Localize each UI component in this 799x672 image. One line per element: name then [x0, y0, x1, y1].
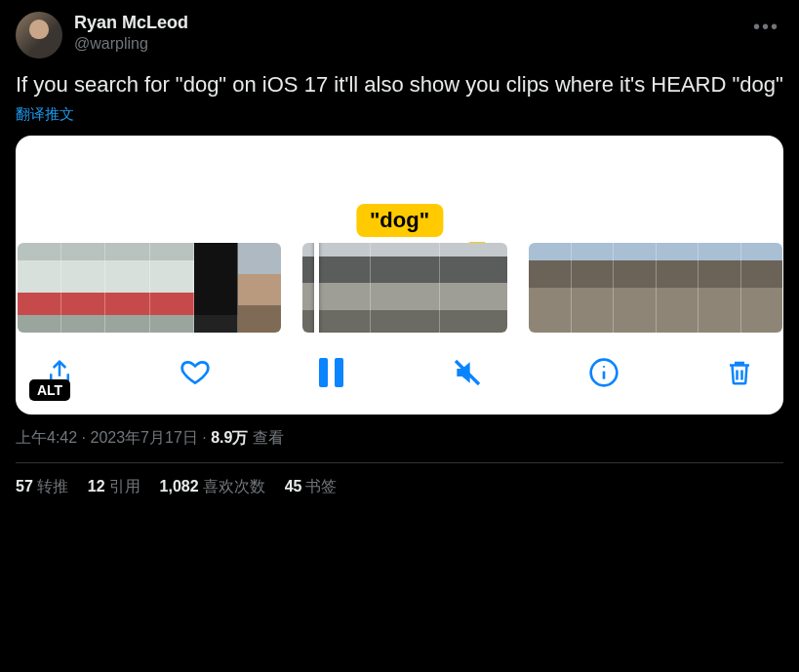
- playhead[interactable]: [314, 243, 319, 333]
- search-tag-label: "dog": [356, 204, 443, 237]
- meta-line[interactable]: 上午4:42 · 2023年7月17日 · 8.9万 查看: [16, 428, 783, 449]
- thumbnail: [61, 243, 105, 333]
- author-names[interactable]: Ryan McLeod @warpling: [74, 12, 738, 54]
- thumbnail: [238, 243, 281, 333]
- stats-row: 57转推 12引用 1,082喜欢次数 45书签: [16, 477, 783, 497]
- more-options-icon[interactable]: •••: [749, 12, 783, 42]
- tweet-header: Ryan McLeod @warpling •••: [16, 12, 783, 59]
- thumbnail: [18, 243, 61, 333]
- trash-icon[interactable]: [723, 356, 756, 389]
- thumbnail: [572, 243, 615, 333]
- thumbnail: [614, 243, 657, 333]
- thumbnail: [302, 243, 371, 333]
- thumbnail: [657, 243, 699, 333]
- time: 上午4:42: [16, 429, 77, 446]
- mute-icon[interactable]: [451, 356, 484, 389]
- media-toolbar: [16, 333, 783, 415]
- thumbnail: [529, 243, 572, 333]
- avatar[interactable]: [16, 12, 62, 59]
- tweet-container: Ryan McLeod @warpling ••• If you search …: [0, 0, 799, 509]
- thumbnail: [150, 243, 194, 333]
- svg-point-3: [602, 366, 604, 368]
- thumbnail: [194, 243, 238, 333]
- clip-3[interactable]: [529, 243, 782, 333]
- bookmarks-stat[interactable]: 45书签: [285, 477, 338, 497]
- clip-1[interactable]: [18, 243, 281, 333]
- views-label: 查看: [248, 429, 283, 446]
- handle: @warpling: [74, 34, 738, 54]
- quotes-stat[interactable]: 12引用: [88, 477, 140, 497]
- thumbnail: [371, 243, 439, 333]
- thumbnail: [105, 243, 149, 333]
- views-count: 8.9万: [211, 429, 248, 446]
- retweets-stat[interactable]: 57转推: [16, 477, 68, 497]
- thumbnail: [699, 243, 741, 333]
- alt-badge[interactable]: ALT: [29, 379, 70, 401]
- filmstrip[interactable]: [16, 243, 783, 333]
- heart-icon[interactable]: [179, 356, 212, 389]
- translate-link[interactable]: 翻译推文: [16, 105, 74, 124]
- thumbnail: [741, 243, 783, 333]
- tweet-text: If you search for "dog" on iOS 17 it'll …: [16, 70, 783, 99]
- thumbnail: [440, 243, 507, 333]
- clip-2[interactable]: [302, 243, 507, 333]
- info-icon[interactable]: [587, 356, 620, 389]
- divider: [16, 462, 783, 463]
- date: 2023年7月17日: [90, 429, 197, 446]
- pause-icon[interactable]: [315, 356, 348, 389]
- likes-stat[interactable]: 1,082喜欢次数: [160, 477, 265, 497]
- display-name: Ryan McLeod: [74, 12, 738, 34]
- caption-area: "dog": [16, 136, 783, 243]
- media-card[interactable]: "dog": [16, 136, 783, 415]
